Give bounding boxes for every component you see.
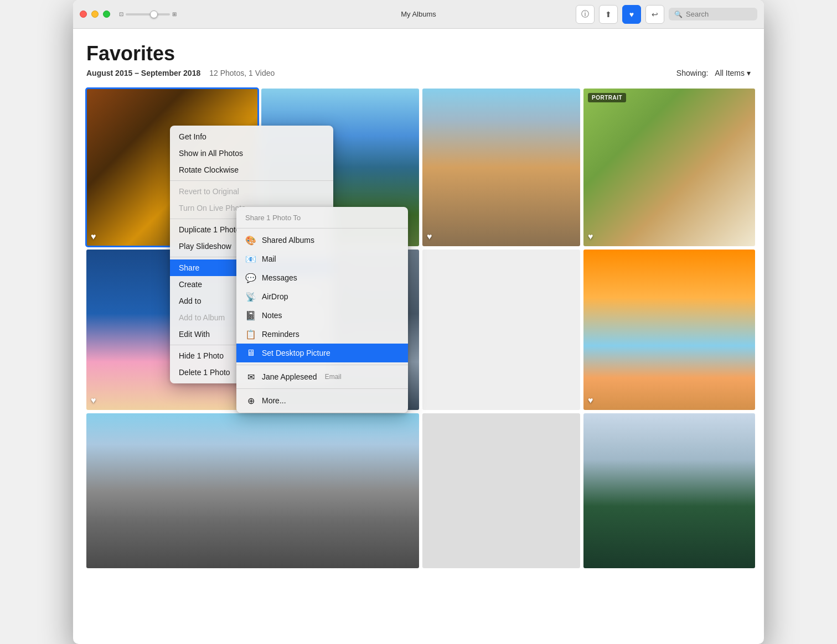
submenu-label-messages: Messages xyxy=(262,273,297,282)
rotate-button[interactable]: ↩ xyxy=(645,5,664,24)
titlebar: ⊡ ⊞ My Albums ⓘ ⬆ ♥ ↩ 🔍 xyxy=(73,0,764,29)
photo-cell-mountain[interactable] xyxy=(86,413,419,568)
showing-dropdown[interactable]: Showing: All Items ▾ xyxy=(676,69,751,77)
share-icon: ⬆ xyxy=(605,10,612,19)
rotate-icon: ↩ xyxy=(652,10,658,19)
slider-large-icon: ⊞ xyxy=(172,11,177,17)
desktop-icon: 🖥 xyxy=(245,347,256,359)
photo-cell-empty xyxy=(422,250,580,410)
submenu-label-more: More... xyxy=(262,396,286,405)
submenu-label-mail: Mail xyxy=(262,255,276,263)
submenu-item-messages[interactable]: 💬 Messages xyxy=(236,268,408,287)
favorites-button[interactable]: ♥ xyxy=(622,5,641,24)
submenu-label-reminders: Reminders xyxy=(262,330,299,339)
slider-thumb[interactable] xyxy=(150,11,158,18)
menu-label-live-photo: Turn On Live Photo xyxy=(179,204,246,212)
submenu-header: Share 1 Photo To xyxy=(236,210,408,226)
menu-label-rotate: Rotate Clockwise xyxy=(179,165,239,174)
submenu-item-notes[interactable]: 📓 Notes xyxy=(236,306,408,325)
window-title: My Albums xyxy=(401,10,436,18)
submenu-item-shared-albums[interactable]: 🎨 Shared Albums xyxy=(236,231,408,250)
meta-left: August 2015 – September 2018 12 Photos, … xyxy=(86,69,275,77)
menu-item-revert: Revert to Original xyxy=(170,183,333,200)
photo-cell-forest[interactable] xyxy=(583,413,755,568)
menu-label-create: Create xyxy=(179,280,202,289)
submenu-item-jane[interactable]: ✉ Jane Appleseed Email xyxy=(236,367,408,386)
heart-icon: ♥ xyxy=(629,10,634,19)
info-button[interactable]: ⓘ xyxy=(576,5,595,24)
photo-count: 12 Photos, 1 Video xyxy=(209,69,275,77)
heart-icon-rocks: ♥ xyxy=(427,232,432,242)
submenu-item-desktop[interactable]: 🖥 Set Desktop Picture xyxy=(236,344,408,362)
menu-label-delete: Delete 1 Photo xyxy=(179,368,230,377)
photo-cell-rocks[interactable]: ♥ xyxy=(422,89,580,246)
menu-label-get-info: Get Info xyxy=(179,132,206,141)
photo-cell-empty2 xyxy=(422,413,580,568)
share-button[interactable]: ⬆ xyxy=(599,5,618,24)
titlebar-center: My Albums xyxy=(401,10,436,18)
slider-track[interactable] xyxy=(126,13,170,15)
jane-email-label: Email xyxy=(325,373,342,381)
close-button[interactable] xyxy=(80,11,87,18)
heart-icon-jump: ♥ xyxy=(588,396,593,406)
menu-item-rotate[interactable]: Rotate Clockwise xyxy=(170,162,333,178)
search-input[interactable] xyxy=(686,10,752,18)
content-area: Favorites August 2015 – September 2018 1… xyxy=(73,29,764,644)
notes-icon: 📓 xyxy=(245,310,256,321)
minimize-button[interactable] xyxy=(91,11,99,18)
messages-icon: 💬 xyxy=(245,272,256,283)
info-icon: ⓘ xyxy=(581,9,589,19)
photo-cell-jump[interactable]: ♥ xyxy=(583,250,755,410)
menu-label-revert: Revert to Original xyxy=(179,187,239,196)
more-icon: ⊕ xyxy=(245,395,256,406)
date-range: August 2015 – September 2018 xyxy=(86,69,200,77)
meta-row: August 2015 – September 2018 12 Photos, … xyxy=(86,69,751,77)
submenu-item-mail[interactable]: 📧 Mail xyxy=(236,250,408,268)
slider-small-icon: ⊡ xyxy=(119,11,123,17)
menu-label-duplicate: Duplicate 1 Photo xyxy=(179,225,240,234)
submenu-label-notes: Notes xyxy=(262,311,282,320)
menu-label-slideshow: Play Slideshow xyxy=(179,242,231,251)
submenu-separator-top xyxy=(236,228,408,228)
heart-icon-climbing: ♥ xyxy=(91,232,96,242)
reminders-icon: 📋 xyxy=(245,329,256,340)
submenu-separator-mid xyxy=(236,365,408,365)
submenu-label-jane: Jane Appleseed xyxy=(262,372,317,381)
maximize-button[interactable] xyxy=(103,11,110,18)
menu-label-edit-with: Edit With xyxy=(179,330,210,339)
submenu-separator-bottom xyxy=(236,388,408,389)
portrait-badge: PORTRAIT xyxy=(588,93,626,102)
chevron-down-icon: ▾ xyxy=(747,69,751,77)
menu-label-add-to: Add to xyxy=(179,297,201,305)
heart-icon-dog: ♥ xyxy=(588,232,593,242)
search-icon: 🔍 xyxy=(674,11,683,18)
showing-value: All Items xyxy=(715,69,745,77)
main-window: ⊡ ⊞ My Albums ⓘ ⬆ ♥ ↩ 🔍 xyxy=(73,0,764,644)
menu-label-share: Share xyxy=(179,263,199,272)
submenu-label-shared-albums: Shared Albums xyxy=(262,236,314,245)
jane-icon: ✉ xyxy=(245,371,256,382)
mail-icon: 📧 xyxy=(245,253,256,264)
thumbnail-size-slider[interactable]: ⊡ ⊞ xyxy=(119,11,177,17)
search-box[interactable]: 🔍 xyxy=(669,8,757,20)
menu-separator-1 xyxy=(170,180,333,181)
photo-cell-dog[interactable]: PORTRAIT ♥ xyxy=(583,89,755,246)
heart-icon-ice-cream: ♥ xyxy=(91,396,96,406)
submenu-item-more[interactable]: ⊕ More... xyxy=(236,391,408,410)
traffic-lights xyxy=(80,11,110,18)
submenu-item-airdrop[interactable]: 📡 AirDrop xyxy=(236,287,408,306)
menu-label-hide: Hide 1 Photo xyxy=(179,351,224,360)
menu-item-show-all[interactable]: Show in All Photos xyxy=(170,145,333,162)
submenu-label-desktop: Set Desktop Picture xyxy=(262,349,330,357)
menu-item-get-info[interactable]: Get Info xyxy=(170,128,333,145)
menu-label-add-to-album: Add to Album xyxy=(179,313,225,322)
showing-label: Showing: xyxy=(676,69,709,77)
titlebar-controls: ⓘ ⬆ ♥ ↩ 🔍 xyxy=(576,5,757,24)
share-submenu: Share 1 Photo To 🎨 Shared Albums 📧 Mail … xyxy=(236,207,408,413)
submenu-item-reminders[interactable]: 📋 Reminders xyxy=(236,325,408,344)
shared-albums-icon: 🎨 xyxy=(245,235,256,246)
page-title: Favorites xyxy=(86,42,751,65)
airdrop-icon: 📡 xyxy=(245,291,256,302)
submenu-label-airdrop: AirDrop xyxy=(262,292,288,301)
menu-label-show-all: Show in All Photos xyxy=(179,149,243,158)
